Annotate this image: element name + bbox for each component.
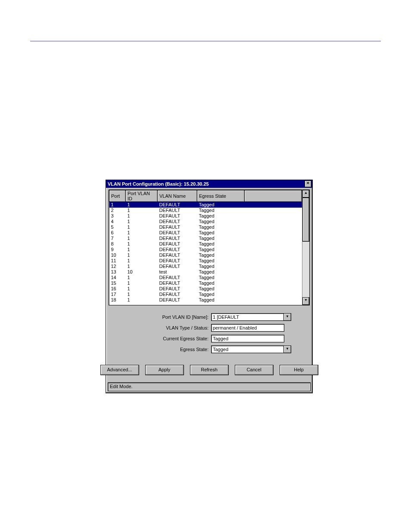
table-cell: 10 xyxy=(109,252,126,258)
table-row[interactable]: 31DEFAULTTagged xyxy=(109,213,302,219)
table-row[interactable]: 161DEFAULTTagged xyxy=(109,286,302,292)
scroll-track[interactable] xyxy=(302,198,309,297)
table-cell: Tagged xyxy=(197,258,245,264)
table-cell-spacer xyxy=(245,264,302,269)
table-cell: 1 xyxy=(126,264,158,269)
close-icon[interactable]: ✕ xyxy=(305,180,311,187)
table-cell: 1 xyxy=(126,252,158,258)
table-cell: 1 xyxy=(126,280,158,286)
table-row[interactable]: 51DEFAULTTagged xyxy=(109,224,302,230)
table-cell: Tagged xyxy=(197,252,245,258)
table-cell: Tagged xyxy=(197,230,245,236)
table-row[interactable]: 1310testTagged xyxy=(109,269,302,275)
table-row[interactable]: 181DEFAULTTagged xyxy=(109,297,302,303)
table-cell: test xyxy=(158,269,197,275)
chevron-down-icon[interactable]: ▼ xyxy=(283,313,291,321)
table-cell: 1 xyxy=(126,286,158,292)
table-cell: DEFAULT xyxy=(158,280,197,286)
chevron-down-icon[interactable]: ▼ xyxy=(283,345,291,353)
table-cell: DEFAULT xyxy=(158,230,197,236)
pvid-combo-value[interactable]: 1 [DEFAULT xyxy=(211,313,283,321)
table-cell-spacer xyxy=(245,202,302,208)
col-vlan-name[interactable]: VLAN Name xyxy=(158,190,197,202)
table-cell: Tagged xyxy=(197,219,245,224)
egress-state-value[interactable]: Tagged xyxy=(211,345,283,353)
pvid-combo[interactable]: 1 [DEFAULT ▼ xyxy=(211,313,291,321)
table-row[interactable]: 121DEFAULTTagged xyxy=(109,264,302,269)
table-cell: 14 xyxy=(109,275,126,280)
table-cell: Tagged xyxy=(197,275,245,280)
table-cell: DEFAULT xyxy=(158,264,197,269)
table-cell: 15 xyxy=(109,280,126,286)
table-cell: 1 xyxy=(109,202,126,208)
table-cell-spacer xyxy=(245,269,302,275)
table-cell-spacer xyxy=(245,292,302,297)
table-cell-spacer xyxy=(245,208,302,213)
table-row[interactable]: 101DEFAULTTagged xyxy=(109,252,302,258)
egress-state-combo[interactable]: Tagged ▼ xyxy=(211,345,291,353)
col-port[interactable]: Port xyxy=(109,190,126,202)
table-row[interactable]: 111DEFAULTTagged xyxy=(109,258,302,264)
table-cell: Tagged xyxy=(197,224,245,230)
table-cell: 8 xyxy=(109,241,126,247)
table-cell: DEFAULT xyxy=(158,236,197,241)
table-row[interactable]: 171DEFAULTTagged xyxy=(109,292,302,297)
advanced-button[interactable]: Advanced... xyxy=(100,365,139,375)
titlebar[interactable]: VLAN Port Configuration (Basic): 15.20.3… xyxy=(106,180,312,188)
table-cell: 1 xyxy=(126,236,158,241)
port-table[interactable]: Port Port VLAN ID VLAN Name Egress State… xyxy=(109,190,302,303)
table-row[interactable]: 71DEFAULTTagged xyxy=(109,236,302,241)
table-cell: 12 xyxy=(109,264,126,269)
table-cell: 17 xyxy=(109,292,126,297)
table-cell: Tagged xyxy=(197,208,245,213)
table-cell: DEFAULT xyxy=(158,258,197,264)
table-cell: DEFAULT xyxy=(158,252,197,258)
table-cell-spacer xyxy=(245,280,302,286)
table-cell: Tagged xyxy=(197,297,245,303)
table-row[interactable]: 141DEFAULTTagged xyxy=(109,275,302,280)
table-cell-spacer xyxy=(245,258,302,264)
port-table-container: Port Port VLAN ID VLAN Name Egress State… xyxy=(109,190,310,305)
col-pvid[interactable]: Port VLAN ID xyxy=(126,190,158,202)
status-bar: Edit Mode. xyxy=(108,383,311,391)
help-button[interactable]: Help xyxy=(280,365,318,375)
table-row[interactable]: 81DEFAULTTagged xyxy=(109,241,302,247)
scroll-down-icon[interactable]: ▼ xyxy=(302,297,309,305)
table-row[interactable]: 151DEFAULTTagged xyxy=(109,280,302,286)
table-cell: 6 xyxy=(109,230,126,236)
current-egress-field: Tagged xyxy=(211,335,284,342)
table-cell: 4 xyxy=(109,219,126,224)
table-row[interactable]: 11DEFAULTTagged xyxy=(109,202,302,208)
col-egress-state[interactable]: Egress State xyxy=(197,190,245,202)
refresh-button[interactable]: Refresh xyxy=(190,365,229,375)
table-row[interactable]: 21DEFAULTTagged xyxy=(109,208,302,213)
apply-button[interactable]: Apply xyxy=(145,365,184,375)
table-cell: DEFAULT xyxy=(158,297,197,303)
vertical-scrollbar[interactable]: ▲ ▼ xyxy=(302,190,309,305)
scroll-thumb[interactable] xyxy=(302,198,309,242)
table-cell: DEFAULT xyxy=(158,275,197,280)
table-cell-spacer xyxy=(245,224,302,230)
table-cell: DEFAULT xyxy=(158,202,197,208)
table-row[interactable]: 61DEFAULTTagged xyxy=(109,230,302,236)
table-cell: Tagged xyxy=(197,247,245,252)
table-cell-spacer xyxy=(245,236,302,241)
table-cell: DEFAULT xyxy=(158,213,197,219)
table-row[interactable]: 41DEFAULTTagged xyxy=(109,219,302,224)
scroll-up-icon[interactable]: ▲ xyxy=(302,190,309,198)
table-cell: 13 xyxy=(109,269,126,275)
col-spacer xyxy=(245,190,302,202)
table-cell: 1 xyxy=(126,247,158,252)
table-cell: 1 xyxy=(126,224,158,230)
table-cell: 9 xyxy=(109,247,126,252)
table-row[interactable]: 91DEFAULTTagged xyxy=(109,247,302,252)
table-cell: 1 xyxy=(126,275,158,280)
table-cell: 3 xyxy=(109,213,126,219)
cancel-button[interactable]: Cancel xyxy=(235,365,274,375)
table-cell: 7 xyxy=(109,236,126,241)
table-cell: DEFAULT xyxy=(158,224,197,230)
vlan-port-config-dialog: VLAN Port Configuration (Basic): 15.20.3… xyxy=(106,180,313,393)
table-cell: 1 xyxy=(126,219,158,224)
table-cell: Tagged xyxy=(197,241,245,247)
table-cell: 10 xyxy=(126,269,158,275)
